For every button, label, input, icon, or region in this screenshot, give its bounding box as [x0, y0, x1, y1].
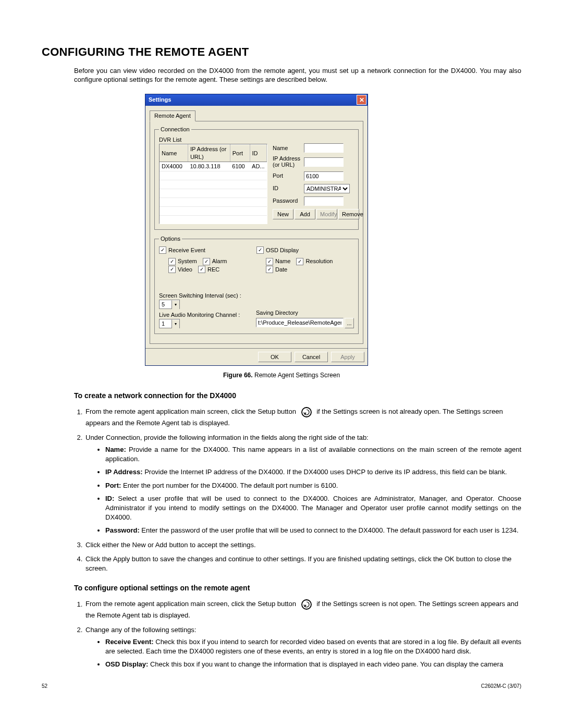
settings-dialog-screenshot: Settings ✕ Remote Agent Connection DVR L…	[145, 94, 521, 366]
saving-directory-label: Saving Directory	[256, 309, 354, 317]
page-number: 52	[42, 683, 47, 690]
modify-button[interactable]: Modify	[316, 209, 337, 219]
video-checkbox[interactable]: ✓Video	[168, 266, 192, 274]
section1-steps: From the remote agent application main s…	[75, 406, 521, 573]
dvr-list[interactable]: Name IP Address (or URL) Port ID DX4000 …	[159, 144, 267, 224]
browse-button[interactable]: ...	[345, 318, 354, 328]
resolution-checkbox[interactable]: ✓Resolution	[296, 257, 333, 265]
doc-id: C2602M-C (3/07)	[481, 683, 521, 690]
name-checkbox[interactable]: ✓Name	[266, 257, 290, 265]
dialog-title: Settings	[149, 96, 171, 104]
options-legend: Options	[159, 235, 182, 243]
tab-remote-agent[interactable]: Remote Agent	[150, 110, 195, 121]
table-row[interactable]: DX4000 10.80.3.118 6100 AD...	[160, 162, 267, 171]
osd-display-checkbox[interactable]: ✓OSD Display	[256, 246, 299, 254]
password-field[interactable]	[304, 196, 344, 206]
setup-icon	[300, 598, 313, 611]
figure-caption: Figure 66. Remote Agent Settings Screen	[42, 371, 521, 379]
svg-point-1	[302, 600, 311, 609]
connection-group: Connection DVR List Name IP Address (or …	[154, 126, 359, 230]
ip-field[interactable]	[304, 157, 344, 167]
new-button[interactable]: New	[273, 209, 293, 219]
setup-icon	[300, 406, 313, 418]
system-checkbox[interactable]: ✓System	[168, 257, 197, 265]
apply-button[interactable]: Apply	[331, 352, 364, 362]
close-icon[interactable]: ✕	[357, 95, 366, 105]
section1-title: To create a network connection for the D…	[74, 391, 521, 401]
password-field-label: Password	[273, 197, 302, 205]
col-port[interactable]: Port	[230, 145, 250, 162]
cancel-button[interactable]: Cancel	[295, 352, 328, 362]
id-field[interactable]: ADMINISTRATO	[304, 184, 350, 193]
remove-button[interactable]: Remove	[338, 209, 359, 219]
col-ip[interactable]: IP Address (or URL)	[188, 145, 230, 162]
col-id[interactable]: ID	[250, 145, 266, 162]
page-title: CONFIGURING THE REMOTE AGENT	[42, 44, 521, 60]
section2-steps: From the remote agent application main s…	[75, 598, 521, 669]
port-field-label: Port	[273, 172, 302, 180]
name-field[interactable]	[304, 143, 344, 153]
screen-interval-label: Screen Switching Interval (sec) :	[159, 292, 241, 299]
screen-interval-select[interactable]: 5▾	[159, 300, 180, 309]
rec-checkbox[interactable]: ✓REC	[198, 266, 219, 274]
id-field-label: ID	[273, 184, 302, 192]
audio-channel-select[interactable]: 1▾	[159, 319, 180, 328]
section2-title: To configure optional settings on the re…	[74, 583, 521, 593]
col-name[interactable]: Name	[160, 145, 188, 162]
port-field[interactable]	[304, 171, 344, 181]
options-group: Options ✓Receive Event ✓System ✓Alarm ✓V…	[154, 235, 359, 334]
ip-field-label: IP Address (or URL)	[273, 156, 302, 168]
page-footer: 52 C2602M-C (3/07)	[42, 683, 521, 690]
dvr-list-label: DVR List	[159, 136, 267, 144]
alarm-checkbox[interactable]: ✓Alarm	[203, 257, 227, 265]
audio-channel-label: Live Audio Monitoring Channel :	[159, 312, 240, 318]
ok-button[interactable]: OK	[258, 352, 291, 362]
svg-point-0	[302, 408, 311, 417]
intro-paragraph: Before you can view video recorded on th…	[74, 66, 521, 84]
name-field-label: Name	[273, 144, 302, 152]
connection-legend: Connection	[159, 126, 191, 133]
receive-event-checkbox[interactable]: ✓Receive Event	[159, 246, 205, 254]
date-checkbox[interactable]: ✓Date	[266, 266, 287, 274]
add-button[interactable]: Add	[295, 209, 315, 219]
saving-directory-field[interactable]	[256, 318, 344, 327]
